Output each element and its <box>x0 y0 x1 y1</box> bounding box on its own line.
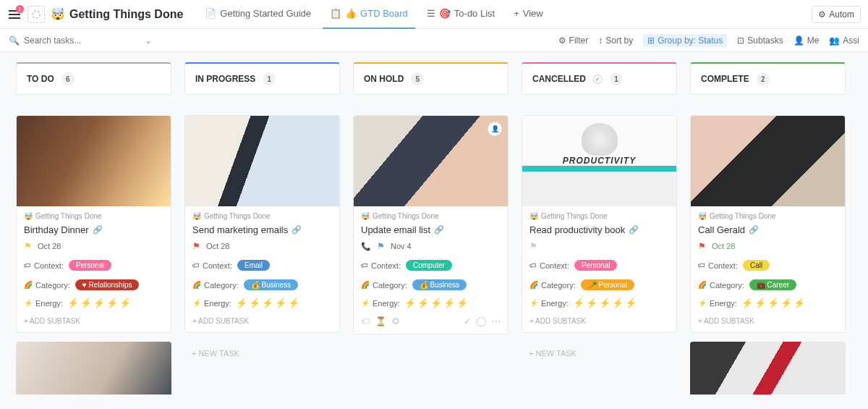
column-count: 1 <box>263 72 276 85</box>
card-title: Send marketing emails <box>192 224 288 235</box>
tag-icon: 🏷 <box>529 261 537 269</box>
add-subtask-button[interactable]: + ADD SUBTASK <box>24 317 163 325</box>
link-icon: 🔗 <box>629 225 639 235</box>
energy-label: ⚡Energy: <box>192 299 231 308</box>
group-icon: ⊞ <box>647 35 655 46</box>
notification-badge: 1 <box>16 5 24 13</box>
context-tag[interactable]: Computer <box>406 260 452 271</box>
task-card-peek[interactable] <box>690 342 846 395</box>
category-tag[interactable]: ♥ Relationships <box>75 279 140 290</box>
menu-icon[interactable]: 1 <box>7 7 22 22</box>
filter-controls: ⚙Filter ↕Sort by ⊞Group by: Status ⊡Subt… <box>558 34 859 47</box>
flag-icon[interactable]: ⚑ <box>24 241 32 251</box>
tab-todo-list[interactable]: ☰ 🎯 To-do List <box>420 0 502 29</box>
me-button[interactable]: 👤Me <box>793 35 820 46</box>
card-cover: PRODUCTIVITY <box>522 116 676 206</box>
column-header-cancelled[interactable]: CANCELLED ✓ 1 <box>522 62 677 95</box>
tag-icon: 🏷 <box>24 261 31 269</box>
tab-gtd-board[interactable]: 📋 👍 GTD Board <box>323 0 415 29</box>
column-count: 1 <box>610 72 623 85</box>
energy-value: ⚡⚡⚡⚡⚡ <box>404 298 468 308</box>
doc-icon: 📄 <box>205 8 216 19</box>
flag-icon[interactable]: ⚑ <box>529 241 537 251</box>
task-card[interactable]: PRODUCTIVITY 🤯Getting Things Done Read p… <box>522 115 677 333</box>
thumb-icon: 👍 <box>345 8 357 19</box>
category-tag[interactable]: 🥕 Personal <box>581 279 634 290</box>
context-tag[interactable]: Email <box>237 260 270 271</box>
add-subtask-button[interactable]: + ADD SUBTASK <box>698 317 838 325</box>
automations-button[interactable]: ⚙ Autom <box>812 6 861 23</box>
tag-icon: 🏷 <box>192 261 200 269</box>
check-icon[interactable]: ✓ <box>464 316 472 326</box>
filter-button[interactable]: ⚙Filter <box>558 35 589 46</box>
view-tabs: 📄 Getting Started Guide 📋 👍 GTD Board ☰ … <box>197 0 550 29</box>
category-tag[interactable]: 💰 Business <box>412 279 467 290</box>
add-subtask-button[interactable]: + ADD SUBTASK <box>192 317 332 325</box>
group-by-button[interactable]: ⊞Group by: Status <box>643 34 727 47</box>
flag-icon[interactable]: ⚑ <box>377 241 385 251</box>
new-task-button[interactable]: + NEW TASK <box>522 342 677 365</box>
card-cover <box>691 116 845 206</box>
task-card[interactable]: 🤯Getting Things Done Call Gerald🔗 ⚑Oct 2… <box>690 115 846 333</box>
bolt-icon: ⚡ <box>192 299 201 307</box>
circle-icon[interactable]: ◯ <box>476 316 487 326</box>
list-icon: ☰ <box>427 8 435 19</box>
breadcrumb: 🤯Getting Things Done <box>361 212 501 220</box>
column-count: 2 <box>757 72 770 85</box>
new-task-button[interactable]: + NEW TASK <box>184 342 340 365</box>
due-date: Oct 28 <box>206 242 229 250</box>
column-title: COMPLETE <box>701 74 749 84</box>
energy-label: ⚡Energy: <box>24 299 63 308</box>
category-label: 🌈Category: <box>192 281 239 290</box>
task-card-peek[interactable] <box>16 342 171 395</box>
tab-label: View <box>523 8 543 19</box>
category-tag[interactable]: 💰 Business <box>244 279 298 290</box>
column-header-complete[interactable]: COMPLETE 2 <box>690 62 846 95</box>
search-input[interactable] <box>24 35 111 46</box>
context-tag[interactable]: Personal <box>69 260 111 271</box>
column-count: 5 <box>411 72 424 85</box>
column-header-onhold[interactable]: ON HOLD 5 <box>353 62 509 95</box>
context-label: 🏷Context: <box>529 261 569 270</box>
flag-icon[interactable]: ⚑ <box>192 241 200 251</box>
folder-icon: 🤯 <box>698 212 707 220</box>
link-icon: 🔗 <box>434 225 444 235</box>
tab-add-view[interactable]: + View <box>506 0 550 29</box>
context-tag[interactable]: Call <box>743 260 770 271</box>
context-tag[interactable]: Personal <box>574 260 617 271</box>
tab-getting-started[interactable]: 📄 Getting Started Guide <box>197 0 318 29</box>
column-in-progress: IN PROGRESS 1 🤯Getting Things Done Send … <box>184 62 340 395</box>
add-subtask-button[interactable]: + ADD SUBTASK <box>529 317 669 325</box>
bolt-icon: ⚡ <box>24 299 33 307</box>
phone-icon: 📞 <box>361 242 371 251</box>
category-tag[interactable]: 💼 Career <box>749 279 796 290</box>
tag-action-icon[interactable]: 🏷 <box>361 316 370 326</box>
timer-icon[interactable]: ⏳ <box>375 316 386 326</box>
tag-icon: 🏷 <box>698 261 705 269</box>
search-wrap: 🔍 <box>9 35 139 46</box>
assignee-button[interactable]: 👥Assi <box>829 35 859 46</box>
folder-icon: 🤯 <box>361 212 370 220</box>
energy-value: ⚡⚡⚡⚡⚡ <box>573 298 637 308</box>
search-icon: 🔍 <box>9 35 20 46</box>
sort-button[interactable]: ↕Sort by <box>598 35 633 46</box>
task-card[interactable]: 👤 🤯Getting Things Done Update email list… <box>353 115 509 334</box>
subtasks-button[interactable]: ⊡Subtasks <box>737 35 783 46</box>
assign-button[interactable]: 👤 <box>488 122 502 136</box>
page-title: Getting Things Done <box>69 8 183 21</box>
star-icon[interactable]: ✪ <box>392 316 399 326</box>
more-icon[interactable]: ⋯ <box>491 316 501 326</box>
task-card[interactable]: 🤯Getting Things Done Birthday Dinner🔗 ⚑O… <box>16 115 171 333</box>
filter-bar: 🔍 ⌄ ⚙Filter ↕Sort by ⊞Group by: Status ⊡… <box>0 29 868 52</box>
folder-icon: 🤯 <box>529 212 538 220</box>
breadcrumb: 🤯Getting Things Done <box>529 212 669 220</box>
link-icon: 🔗 <box>93 225 103 235</box>
flag-icon[interactable]: ⚑ <box>698 241 706 251</box>
page-emoji: 🤯 <box>51 7 65 21</box>
column-complete: COMPLETE 2 🤯Getting Things Done Call Ger… <box>690 62 846 395</box>
bolt-icon: ⚡ <box>529 299 538 307</box>
chevron-down-icon[interactable]: ⌄ <box>145 35 152 46</box>
column-header-todo[interactable]: TO DO 6 <box>16 62 171 95</box>
task-card[interactable]: 🤯Getting Things Done Send marketing emai… <box>184 115 340 333</box>
column-header-inprogress[interactable]: IN PROGRESS 1 <box>184 62 340 95</box>
